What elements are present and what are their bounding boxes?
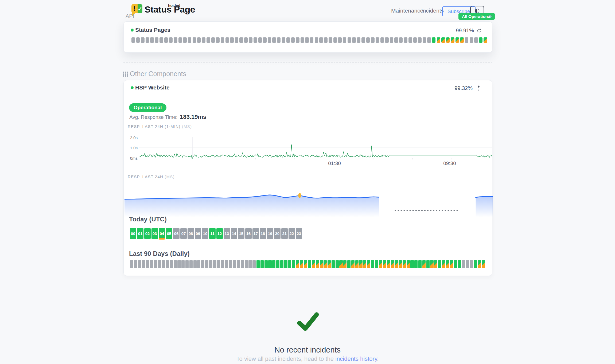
uptime-bar-nodata <box>233 260 236 268</box>
components-grid-icon <box>123 72 128 77</box>
uptime-bar-operational <box>414 260 418 268</box>
uptime-bar-operational <box>432 37 435 43</box>
uptime-bar-nodata <box>230 37 233 43</box>
uptime-bar-nodata <box>282 37 285 43</box>
uptime-bar-nodata <box>225 260 228 268</box>
uptime-percentage: 99.91% <box>456 28 474 34</box>
uptime-bar-nodata <box>166 260 169 268</box>
uptime-bar-nodata <box>301 37 304 43</box>
uptime-bar-degraded <box>430 260 433 268</box>
uptime-bar-nodata <box>249 37 252 43</box>
uptime-bar-operational <box>454 260 457 268</box>
hour-box-14: 14 <box>231 228 237 239</box>
uptime-bar-nodata <box>413 37 417 43</box>
uptime-bar-operational <box>347 260 351 268</box>
uptime-bar-nodata <box>254 37 257 43</box>
uptime-bar-nodata <box>380 37 384 43</box>
uptime-bar-operational <box>332 260 335 268</box>
uptime-bar-operational <box>336 260 339 268</box>
uptime-bar-nodata <box>305 37 309 43</box>
hour-box-02: 02 <box>144 228 151 239</box>
uptime-bar-operational <box>375 260 378 268</box>
chevron-up-icon[interactable] <box>488 14 492 17</box>
uptime-bar-degraded <box>391 260 394 268</box>
logo-check-icon: ✓ <box>138 4 142 13</box>
uptime-bar-degraded <box>304 260 307 268</box>
uptime-bar-degraded <box>355 260 359 268</box>
uptime-bar-nodata <box>248 260 252 268</box>
hour-box-16: 16 <box>245 228 252 239</box>
response-area-chart <box>124 186 493 217</box>
uptime-bar-degraded <box>434 260 437 268</box>
trend-up-icon <box>477 85 481 91</box>
uptime-bar-nodata <box>361 37 365 43</box>
component-name: Status Pages <box>135 27 170 33</box>
uptime-bar-operational <box>288 260 291 268</box>
uptime-bar-degraded <box>324 260 327 268</box>
nav-maintenance[interactable]: Maintenance <box>391 7 423 14</box>
hour-box-20: 20 <box>274 228 281 239</box>
hour-box-07: 07 <box>180 228 187 239</box>
uptime-bar-nodata <box>170 260 173 268</box>
uptime-bar-nodata <box>193 260 197 268</box>
uptime-bar-nodata <box>229 260 232 268</box>
uptime-bar-nodata <box>185 260 189 268</box>
uptime-bar-nodata <box>141 37 144 43</box>
uptime-bar-nodata <box>211 37 215 43</box>
uptime-bar-nodata <box>207 37 210 43</box>
uptime-bar-nodata <box>155 37 158 43</box>
uptime-bar-nodata <box>237 260 240 268</box>
uptime-bar-nodata <box>343 37 346 43</box>
hour-box-23: 23 <box>296 228 302 239</box>
uptime-bar-nodata <box>263 37 266 43</box>
uptime-bar-nodata <box>296 37 299 43</box>
component-card: HSP Website 99.32% Operational Avg. Resp… <box>123 80 492 276</box>
hour-box-01: 01 <box>137 228 143 239</box>
uptime-bar-nodata <box>146 37 149 43</box>
uptime-bar-nodata <box>390 37 393 43</box>
uptime-bar-nodata <box>209 260 212 268</box>
uptime-bar-nodata <box>394 37 398 43</box>
uptime-bar-nodata <box>465 37 468 43</box>
last90-bars <box>130 260 485 268</box>
uptime-bar-nodata <box>138 260 141 268</box>
uptime-bar-nodata <box>162 260 165 268</box>
section-title: Other Components <box>130 70 186 78</box>
xtick-0130: 01:30 <box>328 161 341 166</box>
uptime-bar-operational <box>284 260 287 268</box>
uptime-bar-degraded <box>367 260 370 268</box>
uptime-bar-degraded <box>403 260 406 268</box>
uptime-bar-operational <box>308 260 311 268</box>
uptime-bar-nodata <box>376 37 379 43</box>
uptime-bar-nodata <box>225 37 229 43</box>
uptime-bar-nodata <box>202 37 205 43</box>
uptime-bar-nodata <box>197 37 201 43</box>
uptime-bar-degraded <box>312 260 315 268</box>
incidents-history-link[interactable]: incidents history <box>335 355 377 362</box>
ytick-2s: 2.0s <box>125 135 138 140</box>
uptime-bar-nodata <box>310 37 313 43</box>
uptime-bar-nodata <box>418 37 421 43</box>
brand-logo-icon: ! ✓ <box>131 4 142 13</box>
uptime-bar-nodata <box>357 37 360 43</box>
no-incidents-note: To view all past incidents, head to the … <box>0 355 615 362</box>
uptime-bar-nodata <box>371 37 374 43</box>
nav-incidents[interactable]: Incidents <box>421 7 444 14</box>
uptime-bar-nodata <box>333 37 337 43</box>
uptime-bar-degraded <box>328 260 331 268</box>
uptime-bar-nodata <box>272 37 276 43</box>
hour-box-12: 12 <box>216 228 223 239</box>
ytick-0ms: 0ms <box>125 156 138 161</box>
uptime-bar-nodata <box>130 260 133 268</box>
uptime-bar-nodata <box>221 37 224 43</box>
uptime-bar-nodata <box>241 260 244 268</box>
status-page: ! ✓ Status Page hosted Maintenance Incid… <box>0 0 615 364</box>
uptime-bar-degraded <box>482 260 485 268</box>
last90-title: Last 90 Days (Daily) <box>129 250 190 257</box>
uptime-bar-degraded <box>359 260 362 268</box>
hour-box-08: 08 <box>188 228 194 239</box>
uptime-percentage: 99.32% <box>454 85 473 91</box>
uptime-bar-nodata <box>146 260 149 268</box>
uptime-bar-degraded <box>441 37 445 43</box>
uptime-bar-operational <box>458 260 461 268</box>
